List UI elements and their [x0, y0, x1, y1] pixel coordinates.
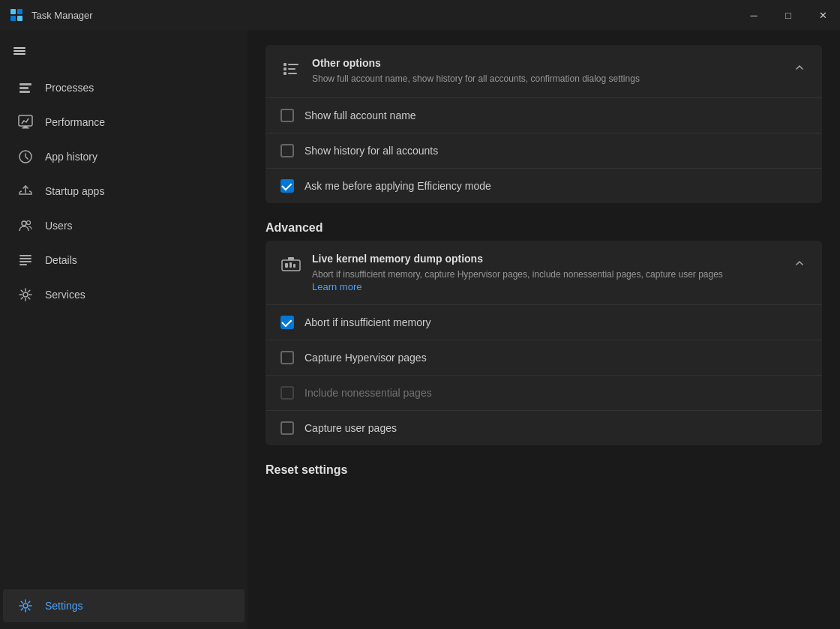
svg-rect-9	[20, 91, 30, 93]
svg-rect-4	[14, 47, 26, 49]
abort-insufficient-row: Abort if insufficient memory	[266, 305, 822, 340]
window-title: Task Manager	[32, 10, 93, 21]
live-kernel-icon	[280, 254, 302, 275]
svg-rect-2	[10, 16, 16, 21]
other-options-collapse-icon	[792, 60, 807, 75]
svg-rect-26	[284, 72, 286, 75]
performance-icon	[18, 115, 33, 130]
menu-toggle[interactable]	[0, 36, 248, 66]
sidebar-item-processes[interactable]: Processes	[3, 71, 244, 104]
live-kernel-header-left: Live kernel memory dump options Abort if…	[280, 253, 723, 292]
sidebar-bottom: Settings	[0, 589, 248, 623]
svg-rect-7	[20, 83, 32, 85]
show-full-account-label: Show full account name	[304, 109, 416, 121]
live-kernel-subtitle: Abort if insufficient memory, capture Hy…	[312, 268, 723, 281]
sidebar-item-services[interactable]: Services	[3, 278, 244, 311]
users-icon	[18, 218, 33, 233]
svg-rect-17	[20, 258, 32, 259]
sidebar-item-settings[interactable]: Settings	[3, 589, 244, 622]
svg-rect-18	[20, 261, 32, 262]
app-history-label: App history	[45, 151, 98, 163]
svg-rect-27	[288, 73, 297, 74]
show-history-all-row: Show history for all accounts	[266, 133, 822, 168]
svg-rect-16	[20, 255, 32, 256]
abort-insufficient-checkbox[interactable]	[280, 316, 294, 329]
other-options-text: Other options Show full account name, sh…	[312, 57, 640, 85]
sidebar-item-performance[interactable]: Performance	[3, 106, 244, 139]
performance-label: Performance	[45, 116, 105, 128]
show-history-all-label: Show history for all accounts	[304, 145, 438, 157]
learn-more-link[interactable]: Learn more	[312, 281, 723, 292]
live-kernel-title: Live kernel memory dump options	[312, 253, 723, 265]
other-options-card: Other options Show full account name, sh…	[266, 45, 822, 203]
app-history-icon	[18, 149, 33, 164]
processes-label: Processes	[45, 82, 94, 94]
services-icon	[18, 287, 33, 302]
title-bar-left: Task Manager	[9, 7, 93, 22]
reset-settings-title: Reset settings	[266, 463, 822, 477]
capture-hypervisor-label: Capture Hypervisor pages	[304, 352, 427, 364]
sidebar-item-users[interactable]: Users	[3, 209, 244, 242]
app-icon	[9, 7, 24, 22]
live-kernel-collapse-icon	[792, 256, 807, 271]
startup-apps-icon	[18, 184, 33, 199]
sidebar: Processes Performance App	[0, 30, 248, 629]
svg-rect-10	[19, 115, 32, 126]
window-controls: ─ □ ✕	[736, 0, 840, 30]
minimize-button[interactable]: ─	[736, 0, 771, 30]
svg-rect-12	[22, 127, 29, 129]
details-label: Details	[45, 254, 77, 266]
svg-point-21	[23, 604, 28, 608]
show-full-account-checkbox[interactable]	[280, 109, 294, 122]
advanced-section: Advanced	[266, 221, 822, 445]
settings-label: Settings	[45, 600, 83, 612]
capture-hypervisor-checkbox[interactable]	[280, 351, 294, 364]
capture-hypervisor-row: Capture Hypervisor pages	[266, 340, 822, 375]
ask-efficiency-label: Ask me before applying Efficiency mode	[304, 180, 491, 192]
sidebar-item-app-history[interactable]: App history	[3, 140, 244, 173]
details-icon	[18, 253, 33, 268]
hamburger-icon	[12, 43, 27, 58]
live-kernel-header[interactable]: Live kernel memory dump options Abort if…	[266, 241, 822, 304]
close-button[interactable]: ✕	[806, 0, 840, 30]
svg-rect-11	[23, 126, 28, 127]
capture-user-checkbox[interactable]	[280, 421, 294, 435]
svg-rect-23	[288, 64, 298, 65]
include-nonessential-checkbox	[280, 386, 294, 400]
advanced-section-header: Advanced	[266, 221, 822, 235]
processes-icon	[18, 80, 33, 95]
main-content: Other options Show full account name, sh…	[248, 30, 840, 629]
ask-efficiency-checkbox[interactable]	[280, 179, 294, 193]
svg-rect-5	[14, 50, 26, 52]
services-label: Services	[45, 289, 86, 301]
abort-insufficient-label: Abort if insufficient memory	[304, 316, 431, 328]
reset-section: Reset settings	[266, 463, 822, 477]
svg-point-20	[23, 292, 28, 297]
other-options-section: Other options Show full account name, sh…	[266, 45, 822, 203]
live-kernel-card: Live kernel memory dump options Abort if…	[266, 241, 822, 445]
sidebar-item-details[interactable]: Details	[3, 244, 244, 277]
show-full-account-row: Show full account name	[266, 98, 822, 133]
include-nonessential-row: Include nonessential pages	[266, 376, 822, 410]
svg-rect-3	[17, 16, 22, 21]
svg-rect-0	[10, 9, 16, 14]
show-history-all-checkbox[interactable]	[280, 144, 294, 157]
svg-rect-22	[284, 63, 286, 66]
users-label: Users	[45, 220, 73, 232]
svg-rect-6	[14, 53, 26, 55]
other-options-header[interactable]: Other options Show full account name, sh…	[266, 45, 822, 97]
sidebar-item-startup-apps[interactable]: Startup apps	[3, 175, 244, 208]
include-nonessential-label: Include nonessential pages	[304, 387, 432, 399]
other-options-icon	[280, 58, 302, 79]
other-options-title: Other options	[312, 57, 640, 69]
svg-rect-19	[20, 264, 27, 265]
live-kernel-subtitle-block: Abort if insufficient memory, capture Hy…	[312, 268, 723, 292]
startup-apps-label: Startup apps	[45, 185, 104, 197]
settings-icon	[18, 598, 33, 613]
app-body: Processes Performance App	[0, 30, 840, 629]
capture-user-row: Capture user pages	[266, 411, 822, 445]
svg-rect-1	[17, 9, 22, 14]
maximize-button[interactable]: □	[771, 0, 806, 30]
svg-rect-29	[285, 263, 288, 268]
svg-rect-24	[284, 67, 286, 70]
